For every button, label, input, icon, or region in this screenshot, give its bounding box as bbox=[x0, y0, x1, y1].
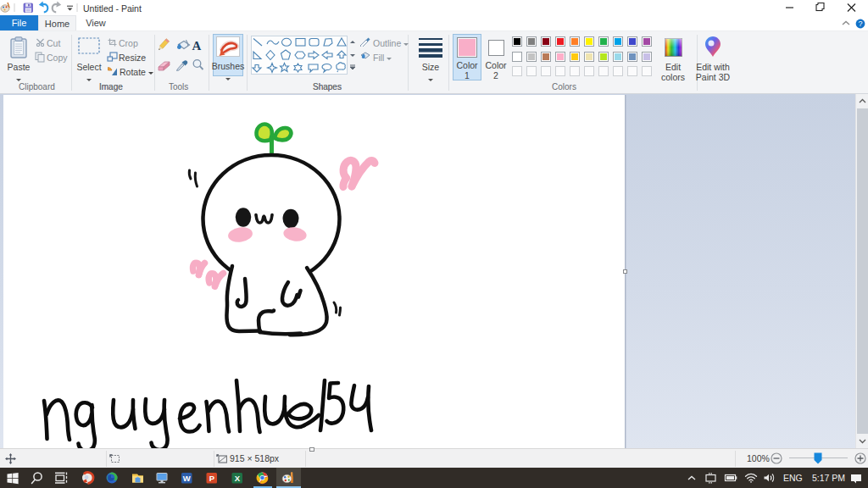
svg-text:ENG: ENG bbox=[783, 473, 803, 483]
svg-text:P: P bbox=[209, 474, 215, 483]
svg-text:X: X bbox=[235, 474, 241, 483]
svg-text:W: W bbox=[183, 474, 191, 483]
svg-text:A: A bbox=[192, 39, 202, 53]
svg-text:?: ? bbox=[858, 19, 862, 28]
svg-text:5:17 PM: 5:17 PM bbox=[812, 473, 845, 483]
